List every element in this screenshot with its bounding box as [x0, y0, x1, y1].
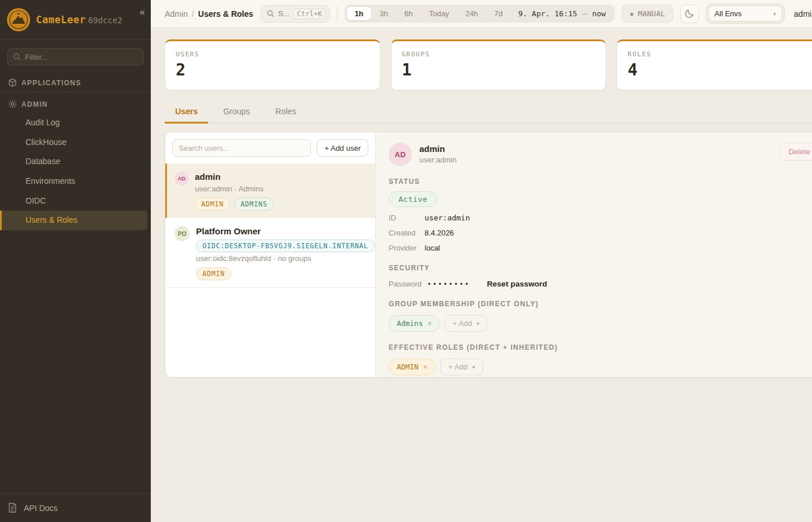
sidebar-item-database[interactable]: Database	[0, 152, 151, 172]
date-range-display[interactable]: 9. Apr. 16:15 — now	[511, 7, 612, 20]
stat-value: 1	[402, 60, 596, 79]
sidebar-item-users-roles[interactable]: Users & Roles	[0, 211, 147, 230]
sidebar-collapse-icon[interactable]: «	[140, 7, 145, 17]
chevron-down-icon: ▾	[773, 11, 776, 17]
remove-icon[interactable]: ×	[423, 363, 427, 371]
breadcrumb-current: Users & Roles	[198, 9, 253, 19]
add-label: + Add	[448, 362, 468, 371]
sidebar-filter-wrap	[0, 40, 151, 72]
env-selector[interactable]: All Envs ▾	[708, 6, 782, 21]
date-range-start: 9. Apr. 16:15	[518, 9, 577, 18]
stat-value: 4	[628, 60, 812, 79]
users-panel: + Add user AD admin user:admin · Admins …	[165, 132, 812, 378]
search-icon	[267, 10, 274, 17]
role-chip-admin: ADMIN ×	[389, 358, 436, 375]
user-row-body: admin user:admin · Admins ADMIN ADMINS	[195, 171, 367, 211]
breadcrumb: Admin / Users & Roles	[165, 9, 253, 19]
range-3h[interactable]: 3h	[372, 7, 396, 20]
remove-icon[interactable]: ×	[427, 320, 432, 328]
user-list-pane: + Add user AD admin user:admin · Admins …	[165, 132, 376, 377]
search-shortcut: Ctrl+K	[293, 9, 325, 19]
date-range-end: now	[592, 9, 606, 18]
avatar: PO	[175, 226, 190, 241]
sidebar-item-clickhouse[interactable]: ClickHouse	[0, 133, 151, 153]
tab-bar: Users Groups Roles	[165, 102, 812, 124]
refresh-mode-label: MANUAL	[638, 9, 665, 18]
sidebar-item-audit-log[interactable]: Audit Log	[0, 113, 151, 133]
group-chip-admins: Admins ×	[389, 315, 440, 332]
field-label: Provider	[389, 244, 425, 252]
search-icon	[13, 53, 21, 61]
stat-label: GROUPS	[402, 50, 596, 58]
range-7d[interactable]: 7d	[487, 7, 510, 20]
add-user-button[interactable]: + Add user	[317, 139, 368, 157]
section-admin[interactable]: ADMIN	[0, 92, 151, 113]
build-hash: 69dcce2	[88, 16, 122, 25]
stat-card-roles: ROLES 4	[617, 39, 812, 90]
breadcrumb-parent[interactable]: Admin	[165, 9, 188, 19]
chip-label: ADMIN	[397, 362, 419, 371]
user-name: Platform Owner	[196, 225, 367, 237]
password-label: Password	[389, 280, 425, 288]
stat-value: 2	[176, 60, 369, 79]
gear-icon	[8, 100, 17, 108]
search-label: S...	[278, 9, 290, 18]
add-group-button[interactable]: + Add ▾	[444, 315, 487, 332]
user-meta: user:oidc:8evzqofluhld · no groups	[196, 254, 367, 263]
status-badge: Active	[389, 191, 437, 207]
range-1h[interactable]: 1h	[347, 7, 371, 20]
user-row-body: Platform Owner OIDC:DESKTOP-FB5VGJ9.SIEG…	[196, 225, 367, 280]
global-search-button[interactable]: S... Ctrl+K	[260, 5, 331, 23]
group-badge: ADMINS	[234, 198, 274, 211]
range-24h[interactable]: 24h	[458, 7, 485, 20]
range-6h[interactable]: 6h	[397, 7, 420, 20]
status-heading: STATUS	[389, 177, 812, 186]
tab-groups[interactable]: Groups	[213, 102, 260, 124]
field-label: ID	[389, 213, 425, 222]
detail-title-wrap: admin user:admin	[419, 143, 456, 164]
dark-mode-toggle[interactable]	[680, 5, 699, 23]
api-docs-link[interactable]: API Docs	[0, 493, 151, 522]
field-value: local	[425, 244, 440, 252]
divider	[337, 6, 338, 21]
range-today[interactable]: Today	[422, 7, 457, 20]
badge-row: ADMIN ADMINS	[195, 198, 367, 211]
stat-card-groups: GROUPS 1	[391, 39, 607, 90]
camel-logo-icon	[7, 8, 30, 31]
breadcrumb-separator: /	[192, 9, 194, 19]
user-list-toolbar: + Add user	[165, 132, 375, 164]
stats-row: USERS 2 GROUPS 1 ROLES 4	[165, 39, 812, 90]
stat-label: ROLES	[628, 50, 812, 58]
user-row-admin[interactable]: AD admin user:admin · Admins ADMIN ADMIN…	[165, 164, 375, 218]
topbar-user[interactable]: admin AD	[794, 6, 812, 22]
status-dot-icon: ●	[630, 11, 633, 17]
field-id: ID user:admin	[389, 213, 812, 222]
topbar: Admin / Users & Roles S... Ctrl+K 1h 3h …	[151, 0, 812, 28]
avatar: AD	[175, 172, 188, 186]
oidc-badge: OIDC:DESKTOP-FB5VGJ9.SIEGELN.INTERNAL	[196, 240, 375, 252]
detail-header: AD admin user:admin Delete	[389, 143, 812, 166]
moon-icon	[684, 9, 694, 19]
sidebar-filter-input[interactable]	[7, 48, 144, 66]
user-row-platform-owner[interactable]: PO Platform Owner OIDC:DESKTOP-FB5VGJ9.S…	[165, 218, 375, 288]
main-column: Admin / Users & Roles S... Ctrl+K 1h 3h …	[151, 0, 812, 522]
reset-password-link[interactable]: Reset password	[487, 280, 548, 288]
refresh-mode-button[interactable]: ● MANUAL	[622, 5, 673, 23]
section-applications[interactable]: APPLICATIONS	[0, 72, 151, 92]
avatar: AD	[389, 143, 412, 166]
field-created: Created 8.4.2026	[389, 229, 812, 237]
topbar-username: admin	[794, 9, 812, 19]
delete-user-button[interactable]: Delete	[780, 143, 812, 161]
env-selector-wrap: All Envs ▾	[706, 3, 785, 24]
brand-wrap: CameLeer69dcce2	[36, 14, 122, 26]
badge-row: ADMIN	[196, 267, 367, 280]
tab-users[interactable]: Users	[165, 102, 208, 124]
add-role-button[interactable]: + Add ▾	[440, 358, 483, 375]
sidebar-item-environments[interactable]: Environments	[0, 172, 151, 191]
section-label: APPLICATIONS	[21, 79, 81, 87]
user-name: admin	[195, 171, 367, 183]
tab-roles[interactable]: Roles	[265, 102, 307, 124]
sidebar-item-oidc[interactable]: OIDC	[0, 191, 151, 211]
role-chip-row: ADMIN × + Add ▾	[389, 358, 812, 375]
user-search-input[interactable]	[172, 139, 311, 157]
